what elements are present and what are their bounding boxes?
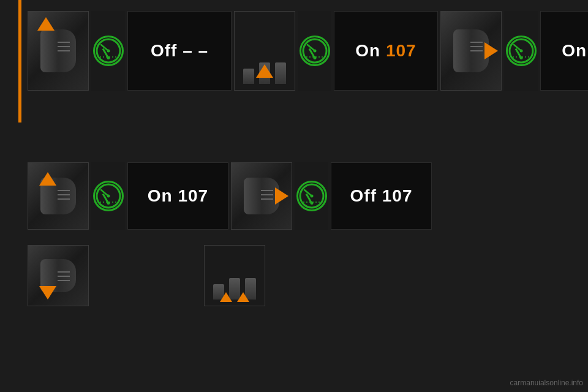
arrow-right-icon-2 xyxy=(275,187,288,205)
svg-point-6 xyxy=(313,50,316,53)
gauge-box-5 xyxy=(295,162,328,230)
svg-point-2 xyxy=(107,50,110,53)
on107-highlight-text: On 107 xyxy=(355,41,416,61)
row-2: On 107 xyxy=(28,162,432,230)
gauge-box-3 xyxy=(504,11,538,91)
gauge-icon-3 xyxy=(506,36,537,66)
display-on107-row2: On 107 xyxy=(127,162,228,230)
svg-point-14 xyxy=(107,195,110,198)
gauge-box-2 xyxy=(298,11,331,91)
arrow-up-icon-2 xyxy=(39,172,56,186)
pedal-arrow-up-3 xyxy=(237,292,249,302)
on107-row1-text: On 107 xyxy=(562,41,588,61)
on107-row2-text: On 107 xyxy=(148,186,208,206)
svg-point-18 xyxy=(310,195,313,198)
svg-point-10 xyxy=(519,50,522,53)
row-3 xyxy=(28,245,265,306)
stalk-image-4 xyxy=(231,162,292,230)
arrow-up-icon-1 xyxy=(37,17,55,31)
pedal-arrow-up xyxy=(256,64,273,78)
stalk-image-2 xyxy=(440,11,502,91)
gauge-box-4 xyxy=(91,162,125,230)
arrow-down-icon-1 xyxy=(39,286,56,300)
pedal-3 xyxy=(275,62,286,84)
pedals-image-1 xyxy=(234,11,295,91)
pedals-image-2 xyxy=(204,245,265,306)
display-on107-row1: On 107 xyxy=(540,11,588,91)
display-off107: Off 107 xyxy=(331,162,432,230)
pedal-arrow-up-2 xyxy=(220,292,232,302)
stalk-image-3 xyxy=(28,162,89,230)
pedal-1 xyxy=(243,69,254,84)
display-on107-highlight: On 107 xyxy=(334,11,438,91)
left-border-accent xyxy=(18,0,21,123)
stalk-image-1 xyxy=(28,11,89,91)
display-off-dash: Off – – xyxy=(127,11,232,91)
arrow-right-icon-1 xyxy=(484,42,498,59)
gauge-icon-1 xyxy=(93,36,124,66)
off-dash-text: Off – – xyxy=(151,41,208,61)
off107-text: Off 107 xyxy=(350,186,413,206)
on107-highlight-number: 107 xyxy=(386,41,417,60)
stalk-image-5 xyxy=(28,245,89,306)
gauge-box-1 xyxy=(91,11,125,91)
gauge-icon-4 xyxy=(93,181,124,211)
watermark: carmanuialsonline.info xyxy=(510,379,583,387)
page-content: Off – – xyxy=(0,0,588,392)
gauge-icon-2 xyxy=(300,36,330,66)
row-1: Off – – xyxy=(28,11,588,91)
gauge-icon-5 xyxy=(296,181,327,211)
